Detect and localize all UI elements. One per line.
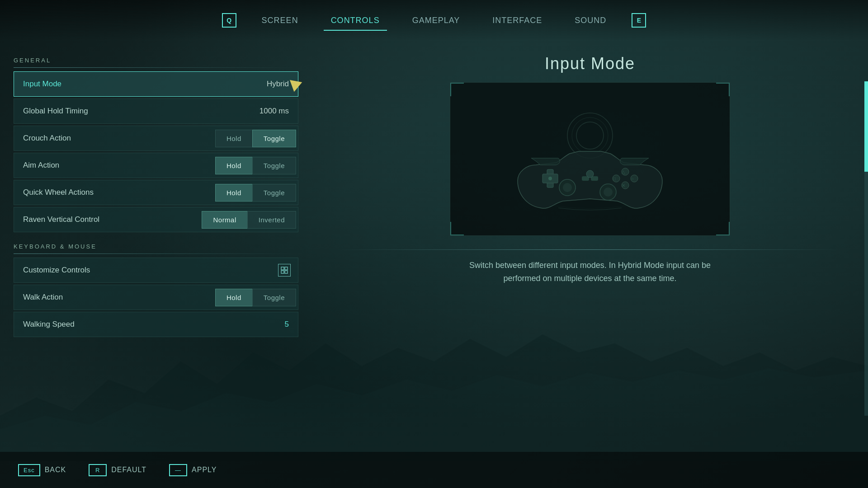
svg-text:□: □ [613, 176, 616, 181]
raven-vertical-row[interactable]: Raven Vertical Control Normal Inverted [14, 207, 298, 232]
input-mode-label: Input Mode [14, 80, 258, 89]
svg-point-19 [563, 183, 572, 192]
svg-point-24 [586, 170, 594, 178]
e-key-nav[interactable]: E [632, 13, 646, 28]
raven-vertical-buttons: Normal Inverted [202, 211, 296, 229]
svg-text:△: △ [622, 169, 625, 174]
back-action[interactable]: Esc Back [18, 464, 66, 476]
walk-toggle-btn[interactable]: Toggle [252, 289, 296, 306]
input-mode-row[interactable]: Input Mode Hybrid [14, 71, 298, 97]
right-panel: Input Mode [312, 41, 868, 452]
apply-key-badge: — [169, 464, 187, 476]
corner-br [716, 222, 730, 235]
general-section-label: General [14, 57, 298, 64]
top-navigation: Q Screen Controls Gameplay Interface Sou… [0, 0, 868, 41]
general-divider [14, 67, 298, 68]
quick-wheel-label: Quick Wheel Actions [14, 188, 215, 197]
svg-point-5 [572, 117, 608, 154]
crouch-action-row[interactable]: Crouch Action Hold Toggle [14, 126, 298, 151]
controller-image: △ ○ ✕ □ [509, 99, 671, 219]
global-hold-timing-label: Global Hold Timing [14, 107, 250, 116]
crouch-toggle-btn[interactable]: Toggle [252, 130, 296, 147]
quick-wheel-row[interactable]: Quick Wheel Actions Hold Toggle [14, 180, 298, 205]
global-hold-timing-row[interactable]: Global Hold Timing 1000 ms [14, 99, 298, 124]
input-mode-value: Hybrid [258, 80, 298, 89]
svg-rect-0 [281, 267, 284, 270]
nav-gameplay[interactable]: Gameplay [405, 12, 467, 29]
raven-inverted-btn[interactable]: Inverted [247, 211, 296, 229]
scrollbar-track[interactable] [864, 81, 868, 416]
scrollbar-thumb[interactable] [864, 81, 868, 172]
aim-action-label: Aim Action [14, 161, 215, 170]
svg-point-9 [548, 177, 552, 180]
keyboard-divider [14, 253, 298, 254]
walking-speed-value: 5 [276, 320, 298, 329]
customize-controls-row[interactable]: Customize Controls [14, 258, 298, 283]
crouch-hold-btn[interactable]: Hold [215, 130, 252, 147]
bottom-bar: Esc Back R Default — Apply [0, 452, 868, 488]
svg-point-6 [576, 122, 604, 149]
svg-point-21 [604, 188, 613, 197]
quick-wheel-buttons: Hold Toggle [215, 184, 296, 202]
info-image-box: △ ○ ✕ □ [450, 82, 730, 236]
left-panel: General Input Mode Hybrid Global Hold Ti… [0, 41, 312, 452]
svg-rect-1 [285, 267, 288, 270]
walking-speed-row[interactable]: Walking Speed 5 [14, 312, 298, 337]
keyboard-settings-list: Customize Controls Walk Action Hold Togg… [14, 258, 298, 337]
aim-hold-btn[interactable]: Hold [215, 157, 252, 174]
nav-sound[interactable]: Sound [567, 12, 613, 29]
info-title: Input Mode [545, 54, 635, 73]
crouch-action-buttons: Hold Toggle [215, 130, 296, 147]
nav-controls[interactable]: Controls [324, 12, 387, 29]
svg-rect-3 [285, 271, 288, 273]
info-divider [339, 249, 841, 250]
corner-bl [450, 222, 464, 235]
customize-controls-label: Customize Controls [14, 266, 278, 275]
back-label: Back [45, 466, 66, 474]
apply-action[interactable]: — Apply [169, 464, 217, 476]
default-label: Default [111, 466, 146, 474]
keyboard-section-label: Keyboard & Mouse [14, 243, 298, 250]
nav-interface[interactable]: Interface [485, 12, 549, 29]
walk-action-label: Walk Action [14, 293, 215, 302]
raven-normal-btn[interactable]: Normal [202, 211, 247, 229]
customize-icon [278, 264, 291, 277]
global-hold-timing-value: 1000 ms [250, 107, 298, 116]
walk-hold-btn[interactable]: Hold [215, 289, 252, 306]
general-settings-list: Input Mode Hybrid Global Hold Timing 100… [14, 71, 298, 232]
walking-speed-label: Walking Speed [14, 320, 276, 329]
back-key-badge: Esc [18, 464, 40, 476]
quick-wheel-toggle-btn[interactable]: Toggle [252, 184, 296, 202]
main-content: General Input Mode Hybrid Global Hold Ti… [0, 41, 868, 452]
nav-screen[interactable]: Screen [255, 12, 306, 29]
svg-rect-2 [281, 271, 284, 273]
aim-action-buttons: Hold Toggle [215, 157, 296, 174]
corner-tl [450, 83, 464, 96]
svg-text:○: ○ [631, 176, 634, 181]
q-key-nav[interactable]: Q [222, 13, 236, 28]
aim-toggle-btn[interactable]: Toggle [252, 157, 296, 174]
quick-wheel-hold-btn[interactable]: Hold [215, 184, 252, 202]
default-key-badge: R [89, 464, 107, 476]
corner-tr [716, 83, 730, 96]
apply-label: Apply [192, 466, 217, 474]
default-action[interactable]: R Default [89, 464, 146, 476]
raven-vertical-label: Raven Vertical Control [14, 215, 202, 224]
aim-action-row[interactable]: Aim Action Hold Toggle [14, 153, 298, 178]
svg-text:✕: ✕ [622, 183, 625, 188]
info-description: Switch between different input modes. In… [463, 259, 717, 285]
crouch-action-label: Crouch Action [14, 134, 215, 143]
walk-action-buttons: Hold Toggle [215, 289, 296, 306]
walk-action-row[interactable]: Walk Action Hold Toggle [14, 285, 298, 310]
